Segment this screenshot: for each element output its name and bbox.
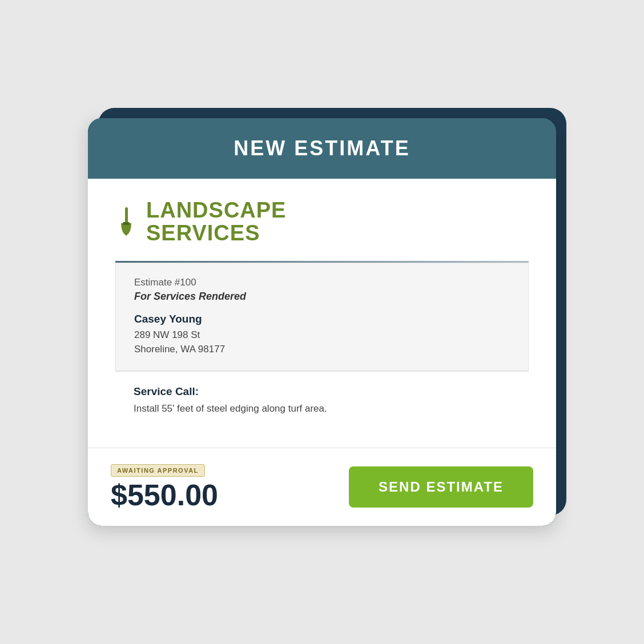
- client-name: Casey Young: [134, 313, 510, 325]
- estimate-for: For Services Rendered: [134, 291, 510, 303]
- shovel-icon: [115, 207, 137, 237]
- estimate-number: Estimate #100: [134, 277, 510, 288]
- card-body: LANDSCAPE SERVICES Estimate #100 For Ser…: [88, 179, 556, 448]
- card-header: NEW ESTIMATE: [88, 118, 556, 179]
- estimate-info-box: Estimate #100 For Services Rendered Case…: [115, 263, 529, 371]
- service-section: Service Call: Install 55' feet of steel …: [115, 371, 529, 432]
- company-logo-area: LANDSCAPE SERVICES: [115, 199, 529, 245]
- service-label: Service Call:: [134, 385, 510, 398]
- amount-section: AWAITING APPROVAL $550.00: [111, 464, 218, 510]
- outer-wrapper: Customizable Template NEW ESTIMATE: [54, 54, 590, 590]
- awaiting-approval-badge: AWAITING APPROVAL: [111, 464, 205, 477]
- client-address: 289 NW 198 St Shoreline, WA 98177: [134, 328, 510, 357]
- svg-rect-0: [125, 207, 128, 223]
- company-name-text: LANDSCAPE SERVICES: [146, 199, 286, 245]
- card-container: NEW ESTIMATE: [88, 118, 556, 526]
- document: LANDSCAPE SERVICES Estimate #100 For Ser…: [88, 179, 556, 448]
- new-estimate-title: NEW ESTIMATE: [234, 136, 410, 160]
- svg-rect-1: [123, 222, 130, 225]
- company-name: LANDSCAPE SERVICES: [146, 199, 286, 245]
- send-estimate-button[interactable]: SEND ESTIMATE: [349, 466, 533, 508]
- amount-value: $550.00: [111, 480, 218, 510]
- main-card: NEW ESTIMATE: [88, 118, 556, 526]
- service-description: Install 55' feet of steel edging along t…: [134, 401, 510, 416]
- bottom-bar: AWAITING APPROVAL $550.00 SEND ESTIMATE: [88, 448, 556, 526]
